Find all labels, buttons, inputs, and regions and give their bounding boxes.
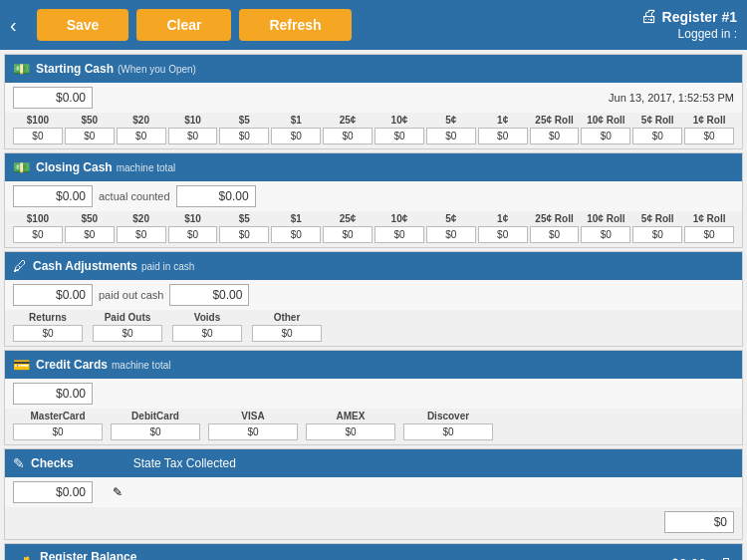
denom-value-9[interactable] <box>478 226 528 243</box>
denom-label-3: $10 <box>168 115 218 126</box>
refresh-button[interactable]: Refresh <box>239 9 351 41</box>
closing-print-icon[interactable]: 🖨 <box>706 158 722 177</box>
denom-value-3[interactable] <box>168 128 218 144</box>
starting-cash-amount[interactable] <box>13 87 93 109</box>
denom-value-6[interactable] <box>323 226 373 243</box>
back-button[interactable]: ‹ <box>10 14 17 37</box>
denom-value-2[interactable] <box>117 226 166 243</box>
paid-out-cash-amount[interactable] <box>169 284 249 306</box>
main-content: 💵 Starting Cash (When you Open) 🖨 ℹ Jun … <box>0 50 747 560</box>
card-value-2[interactable] <box>208 423 298 440</box>
clear-button[interactable]: Clear <box>136 9 231 41</box>
adj-info-icon[interactable]: ℹ <box>728 257 734 276</box>
denom-value-4[interactable] <box>219 128 269 144</box>
cash-adj-amount[interactable] <box>13 284 93 306</box>
denom-value-9[interactable] <box>478 128 528 144</box>
register-balance-section: 💰 Register Balance Net Sales: $0.00 Tax:… <box>4 543 743 560</box>
cash-icon: 💵 <box>13 61 30 77</box>
credit-cards-amount[interactable] <box>13 383 93 405</box>
starting-cash-header: 💵 Starting Cash (When you Open) 🖨 ℹ <box>5 55 742 83</box>
denom-label-9: 1¢ <box>478 213 528 224</box>
closing-info-icon[interactable]: ℹ <box>728 158 734 177</box>
over-value: $0.00 <box>671 556 706 560</box>
save-button[interactable]: Save <box>37 9 129 41</box>
paid-out-cash-label: paid out cash <box>99 289 163 301</box>
checks-info-icon[interactable]: ℹ <box>728 454 734 473</box>
voids-label: Voids <box>172 312 242 323</box>
cc-info-icon[interactable]: ℹ <box>728 356 734 375</box>
denom-value-1[interactable] <box>65 226 115 243</box>
voids-value[interactable] <box>172 325 242 342</box>
card-label-0: MasterCard <box>13 411 103 421</box>
starting-cash-title: Starting Cash <box>36 62 114 76</box>
checks-amount[interactable] <box>13 481 93 503</box>
logged-in-label: Logged in : <box>640 27 737 41</box>
checks-print-icon[interactable]: 🖨 <box>706 454 722 473</box>
closing-cash-header: 💵 Closing Cash machine total 🖨 ℹ <box>5 153 742 181</box>
denom-value-6[interactable] <box>323 128 373 144</box>
print-icon[interactable]: 🖨 <box>706 60 722 79</box>
other-value[interactable] <box>252 325 322 342</box>
card-value-0[interactable] <box>13 423 103 440</box>
paid-outs-value[interactable] <box>93 325 162 342</box>
denom-value-1[interactable] <box>65 128 115 144</box>
denom-label-7: 10¢ <box>374 213 424 224</box>
denom-value-4[interactable] <box>219 226 269 243</box>
closing-cash-machine-amount[interactable] <box>13 185 93 207</box>
returns-value[interactable] <box>13 325 83 342</box>
denom-value-12[interactable] <box>632 226 682 243</box>
denom-value-5[interactable] <box>271 128 321 144</box>
denom-value-7[interactable] <box>374 128 424 144</box>
cash-adjustments-subtitle: paid in cash <box>141 261 194 272</box>
info-icon[interactable]: ℹ <box>728 60 734 79</box>
adj-detail-labels: Returns Paid Outs Voids Other <box>13 312 734 323</box>
credit-cards-detail: MasterCardDebitCardVISAAMEXDiscover <box>5 409 742 444</box>
cash-adj-details: Returns Paid Outs Voids Other <box>5 310 742 346</box>
cash-adj-actions: 🖨 ℹ <box>706 257 734 276</box>
card-value-1[interactable] <box>111 423 200 440</box>
adj-detail-values <box>13 325 734 342</box>
cash-adj-row: paid out cash <box>5 280 742 310</box>
card-label-4: Discover <box>403 411 493 421</box>
header: ‹ Save Clear Refresh 🖨 Register #1 Logge… <box>0 0 747 50</box>
denom-label-12: 5¢ Roll <box>632 213 682 224</box>
checks-title: Checks <box>31 456 74 470</box>
denom-value-7[interactable] <box>374 226 424 243</box>
balance-print-icon[interactable]: 🖨 <box>716 555 732 560</box>
denom-value-5[interactable] <box>271 226 321 243</box>
denom-value-0[interactable] <box>13 128 63 144</box>
denom-value-10[interactable] <box>530 226 580 243</box>
denom-value-3[interactable] <box>168 226 218 243</box>
denom-value-2[interactable] <box>117 128 166 144</box>
denom-value-0[interactable] <box>13 226 63 243</box>
closing-cash-subtitle: machine total <box>117 162 175 173</box>
denom-value-8[interactable] <box>426 128 476 144</box>
header-buttons: Save Clear Refresh <box>37 9 352 41</box>
denom-value-13[interactable] <box>684 128 734 144</box>
starting-cash-denom-labels: $100$50$20$10$5$125¢10¢5¢1¢25¢ Roll10¢ R… <box>13 115 734 126</box>
denom-value-8[interactable] <box>426 226 476 243</box>
closing-cash-title: Closing Cash <box>36 160 113 174</box>
card-value-3[interactable] <box>306 423 395 440</box>
card-value-4[interactable] <box>403 423 493 440</box>
closing-cash-denom-labels: $100$50$20$10$5$125¢10¢5¢1¢25¢ Roll10¢ R… <box>13 213 734 224</box>
closing-cash-actual-amount[interactable] <box>176 185 256 207</box>
denom-value-13[interactable] <box>684 226 734 243</box>
denom-value-12[interactable] <box>632 128 682 144</box>
state-tax-value[interactable] <box>664 511 734 533</box>
tax-value-row <box>5 507 742 539</box>
checks-icon: ✎ <box>13 455 25 471</box>
paid-outs-label: Paid Outs <box>93 312 162 323</box>
register-balance-title: Register Balance <box>40 550 206 560</box>
denom-label-12: 5¢ Roll <box>632 115 682 126</box>
starting-cash-denoms: $100$50$20$10$5$125¢10¢5¢1¢25¢ Roll10¢ R… <box>5 113 742 148</box>
credit-cards-title: Credit Cards <box>36 358 108 372</box>
denom-value-11[interactable] <box>581 128 630 144</box>
denom-value-10[interactable] <box>530 128 580 144</box>
cc-print-icon[interactable]: 🖨 <box>706 356 722 375</box>
adj-print-icon[interactable]: 🖨 <box>706 257 722 276</box>
denom-value-11[interactable] <box>581 226 630 243</box>
credit-cards-subtitle: machine total <box>112 360 170 371</box>
checks-section: ✎ Checks State Tax Collected 🖨 ℹ ✎ <box>4 448 743 540</box>
starting-cash-section: 💵 Starting Cash (When you Open) 🖨 ℹ Jun … <box>4 54 743 149</box>
